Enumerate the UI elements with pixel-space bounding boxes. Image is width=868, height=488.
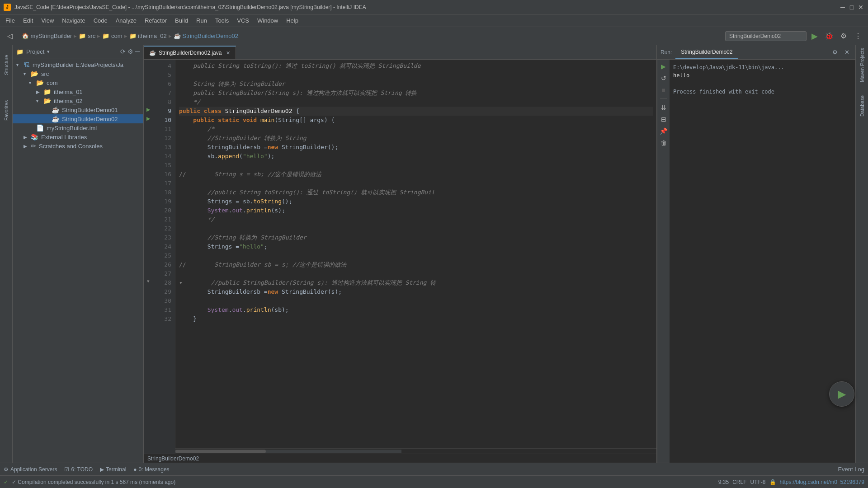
sidebar-minimize-icon[interactable]: ─ bbox=[135, 48, 140, 55]
menu-file[interactable]: File bbox=[2, 15, 19, 26]
status-crlf[interactable]: CRLF bbox=[732, 479, 746, 485]
tree-item-itheima02[interactable]: ▾ 📂 itheima_02 bbox=[13, 96, 143, 105]
code-line-32: } bbox=[179, 314, 653, 324]
line-num-25: 25 bbox=[156, 251, 171, 260]
code-line-15 bbox=[179, 161, 653, 170]
tree-item-project[interactable]: ▾ 🏗 myStringBuilder E:\IdeaProjects\Ja bbox=[13, 60, 143, 69]
minimize-button[interactable]: ─ bbox=[839, 4, 846, 11]
menu-code[interactable]: Code bbox=[90, 15, 111, 26]
sidebar-gear-icon[interactable]: ⚙ bbox=[127, 48, 133, 55]
gutter-cell-6 bbox=[144, 78, 153, 87]
title-bar-controls[interactable]: ─ □ ✕ bbox=[839, 4, 864, 11]
code-line-25 bbox=[179, 251, 653, 260]
tree-item-demo01[interactable]: ▶ ☕ StringBuilderDemo01 bbox=[13, 105, 143, 114]
debug-button[interactable]: 🐞 bbox=[823, 30, 835, 42]
bottom-tab-terminal[interactable]: ▶ Terminal bbox=[100, 466, 126, 473]
editor-tabs: ☕ StringBuilderDemo02.java ✕ bbox=[144, 45, 656, 60]
status-encoding[interactable]: UTF-8 bbox=[750, 479, 766, 485]
gutter-cell-13 bbox=[144, 141, 153, 150]
run-scroll-btn[interactable]: ⇊ bbox=[659, 103, 669, 113]
code-line-30 bbox=[179, 296, 653, 305]
sidebar-sync-icon[interactable]: ⟳ bbox=[120, 48, 126, 55]
gutter-cell-8 bbox=[144, 96, 153, 105]
tree-item-demo02[interactable]: ▶ ☕ StringBuilderDemo02 bbox=[13, 114, 143, 123]
status-url[interactable]: https://blog.csdn.net/m0_52196379 bbox=[780, 479, 864, 485]
editor-tab-filename: StringBuilderDemo02.java bbox=[159, 50, 222, 56]
menu-tools[interactable]: Tools bbox=[212, 15, 232, 26]
tree-item-external[interactable]: ▶ 📚 External Libraries bbox=[13, 132, 143, 141]
menu-build[interactable]: Build bbox=[171, 15, 192, 26]
left-vtab-structure[interactable]: Structure bbox=[1, 47, 11, 83]
run-settings-icon[interactable]: ⚙ bbox=[830, 47, 840, 57]
line-num-30: 30 bbox=[156, 296, 171, 305]
title-bar-left: J JavaSE_Code [E:\IdeaProjects\JavaSE_Co… bbox=[4, 4, 366, 11]
run-tab-active[interactable]: StringBuilderDemo02 bbox=[675, 46, 738, 59]
toolbar-more[interactable]: ⋮ bbox=[852, 30, 864, 42]
breadcrumb: 🏠 myStringBuilder ▸ 📁 src ▸ 📁 com ▸ 📁 it… bbox=[22, 33, 238, 39]
horizontal-scrollbar[interactable] bbox=[175, 450, 266, 453]
menu-refactor[interactable]: Refactor bbox=[141, 15, 170, 26]
tree-item-scratches[interactable]: ▶ ✏ Scratches and Consoles bbox=[13, 141, 143, 150]
messages-icon: ● bbox=[133, 466, 137, 473]
bottom-tab-servers[interactable]: ⚙ Application Servers bbox=[4, 466, 57, 473]
run-trash-btn[interactable]: 🗑 bbox=[659, 138, 669, 148]
code-content[interactable]: public String toString(): 通过 toString() … bbox=[175, 60, 656, 454]
bottom-tab-messages[interactable]: ● 0: Messages bbox=[133, 466, 169, 473]
menu-vcs[interactable]: VCS bbox=[233, 15, 253, 26]
run-button[interactable]: ▶ bbox=[808, 30, 821, 42]
gutter-cell-29 bbox=[144, 286, 153, 295]
run-pin-btn[interactable]: 📌 bbox=[659, 126, 669, 136]
line-num-12: 12 bbox=[156, 134, 171, 143]
gutter-run-10[interactable]: ▶ bbox=[144, 114, 153, 123]
right-panel: Maven Projects Database bbox=[855, 45, 868, 463]
gutter-cell-23 bbox=[144, 231, 153, 240]
tree-item-com[interactable]: ▾ 📂 com bbox=[13, 78, 143, 87]
database-icon[interactable]: Database bbox=[857, 92, 867, 119]
menu-navigate[interactable]: Navigate bbox=[58, 15, 89, 26]
menu-view[interactable]: View bbox=[38, 15, 57, 26]
code-line-26: // StringBuilder sb = s; //这个是错误的做法 bbox=[179, 260, 653, 269]
gutter-cell-27 bbox=[144, 267, 153, 277]
menu-window[interactable]: Window bbox=[254, 15, 282, 26]
bottom-tab-todo[interactable]: ☑ 6: TODO bbox=[64, 466, 93, 473]
tree-arrow-itheima02: ▾ bbox=[36, 99, 42, 103]
project-title-arrow: ▾ bbox=[47, 49, 50, 55]
menu-bar: File Edit View Navigate Code Analyze Ref… bbox=[0, 14, 868, 27]
messages-label: 0: Messages bbox=[139, 466, 170, 473]
tree-item-src[interactable]: ▾ 📂 src bbox=[13, 69, 143, 78]
run-stop-btn[interactable]: ■ bbox=[659, 85, 669, 95]
menu-help[interactable]: Help bbox=[283, 15, 302, 26]
editor-tab-close[interactable]: ✕ bbox=[226, 50, 230, 56]
code-line-8: */ bbox=[179, 98, 653, 107]
run-config-input[interactable] bbox=[725, 31, 807, 41]
menu-edit[interactable]: Edit bbox=[19, 15, 37, 26]
toolbar-right: ▶ 🐞 ⚙ ⋮ bbox=[725, 30, 864, 42]
toolbar-back-button[interactable]: ◁ bbox=[4, 30, 16, 42]
run-filter-btn[interactable]: ⊟ bbox=[659, 114, 669, 124]
tree-item-itheima01[interactable]: ▶ 📁 itheima_01 bbox=[13, 87, 143, 96]
maximize-button[interactable]: □ bbox=[848, 4, 855, 11]
line-num-21: 21 bbox=[156, 215, 171, 224]
close-button[interactable]: ✕ bbox=[857, 4, 864, 11]
toolbar-settings[interactable]: ⚙ bbox=[837, 30, 850, 42]
floating-run-button[interactable]: ▶ bbox=[829, 381, 854, 407]
run-rerun-btn[interactable]: ↺ bbox=[659, 73, 669, 83]
menu-run[interactable]: Run bbox=[193, 15, 211, 26]
breadcrumb-file: ☕ StringBuilderDemo02 bbox=[174, 33, 238, 39]
tree-item-iml[interactable]: ▶ 📄 myStringBuilder.iml bbox=[13, 123, 143, 132]
code-line-5 bbox=[179, 70, 653, 80]
line-num-16: 16 bbox=[156, 170, 171, 179]
run-close-icon[interactable]: ✕ bbox=[842, 47, 852, 57]
code-line-20: System.out.println(s); bbox=[179, 206, 653, 215]
gutter-run-9[interactable]: ▶ bbox=[144, 105, 153, 114]
itheima01-icon: 📁 bbox=[43, 88, 51, 95]
event-log-label[interactable]: Event Log bbox=[838, 466, 864, 473]
line-num-24: 24 bbox=[156, 242, 171, 251]
maven-icon[interactable]: Maven Projects bbox=[857, 47, 867, 83]
editor-tab-demo02[interactable]: ☕ StringBuilderDemo02.java ✕ bbox=[144, 46, 236, 59]
run-play-btn[interactable]: ▶ bbox=[659, 61, 669, 71]
left-vtab-favorites[interactable]: Favorites bbox=[1, 92, 11, 128]
status-position[interactable]: 9:35 bbox=[718, 479, 729, 485]
gutter-cell-19 bbox=[144, 195, 153, 204]
menu-analyze[interactable]: Analyze bbox=[112, 15, 140, 26]
